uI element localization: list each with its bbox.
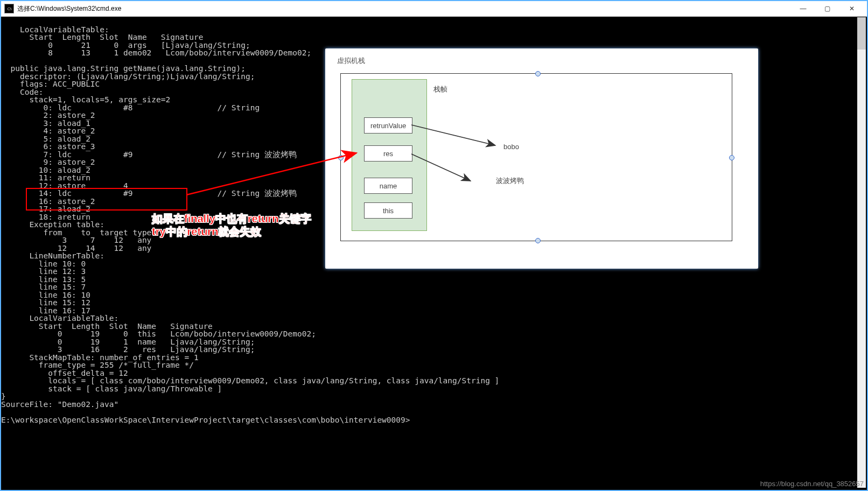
- diagram-panel: 虚拟机栈 retrunValue res name this 栈帧 bobo 波…: [325, 48, 758, 269]
- maximize-button[interactable]: ▢: [815, 1, 839, 16]
- diagram-title: 虚拟机栈: [337, 56, 365, 66]
- slot-return-value: retrunValue: [364, 117, 412, 134]
- slot-res: res: [364, 145, 412, 162]
- vertical-scrollbar[interactable]: [857, 17, 866, 488]
- app-icon: [4, 4, 14, 13]
- handle-bottom[interactable]: [535, 238, 541, 243]
- handle-left[interactable]: [338, 155, 344, 160]
- annotation-text: 如果在finally中也有return关键字 try中的return就会失效: [152, 212, 311, 238]
- window-titlebar: 选择C:\Windows\System32\cmd.exe — ▢ ✕: [1, 1, 867, 17]
- scrollbar-thumb[interactable]: [857, 17, 866, 50]
- slot-name: name: [364, 178, 412, 194]
- label-yaoya: 波波烤鸭: [496, 176, 524, 186]
- stack-frame-box: retrunValue res name this: [352, 79, 427, 231]
- annotation-line1: 如果在finally中也有return关键字: [152, 212, 311, 225]
- frame-label: 栈帧: [433, 85, 447, 94]
- minimize-button[interactable]: —: [791, 1, 815, 16]
- window-controls: — ▢ ✕: [791, 1, 864, 16]
- handle-right[interactable]: [729, 155, 734, 160]
- close-button[interactable]: ✕: [839, 1, 864, 16]
- window-title: 选择C:\Windows\System32\cmd.exe: [17, 4, 791, 13]
- handle-top[interactable]: [535, 71, 541, 76]
- label-bobo: bobo: [503, 143, 519, 151]
- slot-this: this: [364, 202, 412, 219]
- diagram-outer-box: retrunValue res name this 栈帧 bobo 波波烤鸭: [340, 73, 732, 241]
- annotation-line2: try中的return就会失效: [152, 225, 311, 238]
- watermark: https://blog.csdn.net/qq_3852657: [760, 480, 864, 488]
